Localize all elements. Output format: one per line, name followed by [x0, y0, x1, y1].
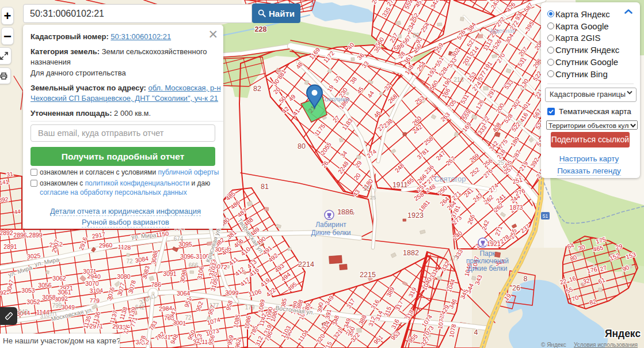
svg-text:1886: 1886 — [337, 208, 353, 216]
svg-text:3056: 3056 — [38, 282, 52, 289]
svg-text:Чудесная: Чудесная — [488, 27, 516, 34]
svg-text:177: 177 — [449, 255, 459, 262]
svg-text:Условия использования: Условия использования — [574, 342, 638, 348]
svg-text:82: 82 — [253, 85, 261, 93]
svg-text:Святогор: Святогор — [434, 175, 466, 183]
svg-text:179: 179 — [245, 304, 255, 311]
svg-text:3099: 3099 — [225, 289, 239, 296]
svg-text:72: 72 — [126, 258, 133, 264]
svg-text:приключений: приключений — [466, 257, 509, 265]
svg-text:44: 44 — [14, 208, 21, 215]
svg-text:2960: 2960 — [99, 241, 113, 249]
svg-text:1923: 1923 — [407, 211, 424, 220]
svg-text:2892: 2892 — [0, 196, 9, 203]
svg-text:Парк: Парк — [479, 249, 496, 258]
svg-text:779: 779 — [89, 297, 100, 304]
svg-text:042: 042 — [18, 309, 28, 315]
svg-text:3053: 3053 — [21, 287, 35, 294]
svg-text:3080: 3080 — [117, 273, 131, 280]
svg-text:25: 25 — [497, 160, 504, 166]
svg-text:2892: 2892 — [0, 229, 13, 236]
svg-text:8: 8 — [524, 275, 528, 283]
svg-text:25: 25 — [370, 195, 376, 201]
svg-text:1921: 1921 — [487, 240, 501, 247]
svg-text:674: 674 — [174, 236, 184, 242]
svg-text:Дикие белки: Дикие белки — [311, 229, 351, 237]
svg-text:2896: 2896 — [13, 232, 27, 239]
svg-text:4: 4 — [474, 328, 478, 336]
svg-text:3001: 3001 — [172, 319, 186, 327]
svg-text:1911: 1911 — [393, 181, 407, 189]
svg-text:Яндекс: Яндекс — [605, 328, 641, 339]
svg-text:3064: 3064 — [177, 290, 190, 297]
svg-text:3061: 3061 — [58, 289, 71, 296]
svg-text:799: 799 — [52, 302, 62, 309]
svg-text:2891: 2891 — [3, 243, 17, 250]
svg-text:1128: 1128 — [117, 243, 131, 251]
svg-text:3025: 3025 — [27, 252, 41, 260]
svg-text:1873: 1873 — [509, 204, 523, 211]
svg-text:89: 89 — [413, 32, 420, 39]
svg-text:3104: 3104 — [89, 286, 103, 294]
svg-text:72: 72 — [185, 315, 192, 321]
svg-text:3071: 3071 — [83, 268, 97, 275]
svg-text:3062: 3062 — [52, 275, 66, 282]
svg-text:642: 642 — [135, 304, 145, 311]
svg-text:1150: 1150 — [155, 230, 169, 238]
svg-text:2899: 2899 — [29, 232, 43, 239]
svg-text:3058: 3058 — [42, 294, 56, 301]
svg-text:1882: 1882 — [403, 249, 419, 257]
svg-text:81: 81 — [261, 183, 269, 191]
svg-text:3096: 3096 — [180, 253, 194, 260]
svg-text:216: 216 — [454, 76, 464, 83]
svg-text:25: 25 — [363, 186, 370, 192]
svg-text:2214: 2214 — [298, 260, 314, 268]
svg-text:666: 666 — [189, 262, 199, 268]
svg-text:80: 80 — [298, 142, 306, 150]
svg-text:3092: 3092 — [54, 295, 68, 303]
svg-text:177: 177 — [209, 302, 219, 309]
svg-text:Соколики: Соколики — [320, 96, 349, 103]
svg-text:26: 26 — [512, 284, 520, 292]
svg-text:2215: 2215 — [360, 271, 376, 279]
svg-text:3049: 3049 — [61, 304, 75, 311]
svg-text:3052: 3052 — [26, 298, 40, 305]
svg-text:3091: 3091 — [163, 270, 177, 277]
svg-text:Лабиринт: Лабиринт — [315, 221, 346, 229]
svg-text:Дикие белки: Дикие белки — [468, 264, 508, 273]
svg-text:© Яндекс: © Яндекс — [541, 342, 566, 348]
svg-text:3070: 3070 — [85, 280, 99, 287]
svg-text:31: 31 — [6, 171, 14, 178]
svg-text:228: 228 — [255, 25, 267, 33]
svg-text:51: 51 — [543, 213, 548, 219]
svg-text:786: 786 — [151, 281, 162, 288]
